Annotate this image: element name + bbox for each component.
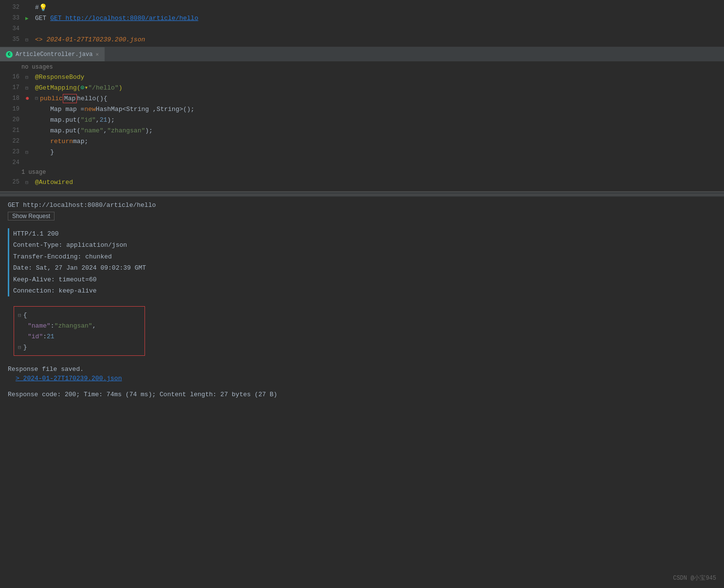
code-line-22: 22 return map; <box>0 136 724 147</box>
code-line-24: 24 <box>0 157 724 168</box>
tab-c-icon: C <box>6 51 13 58</box>
gutter-17: ⊟ <box>25 84 33 92</box>
response-stats: Response code: 200; Time: 74ms (74 ms); … <box>0 386 724 403</box>
response-file-link-wrapper: > 2024-01-27T170239.200.json <box>0 375 724 386</box>
code-line-34: 34 <box>0 23 724 34</box>
tab-bar: C ArticleController.java ✕ <box>0 47 724 62</box>
code-line-19: 19 Map map = new HashMap<String ,String>… <box>0 104 724 114</box>
code-line-20: 20 map.put("id", 21); <box>0 114 724 125</box>
response-file-saved: Response file saved. <box>0 362 724 375</box>
response-file-link[interactable]: > 2024-01-27T170239.200.json <box>8 375 129 382</box>
code-line-35: 35 ⊟ <> 2024-01-27T170239.200.json <box>0 34 724 45</box>
header-keep-alive: Keep-Alive: timeout=60 <box>13 274 716 285</box>
json-id-field: "id" : 21 <box>18 331 141 342</box>
response-panel: GET http://localhost:8080/article/hello … <box>0 195 724 403</box>
gutter-35: ⊟ <box>25 36 33 43</box>
header-transfer-encoding: Transfer-Encoding: chunked <box>13 251 716 262</box>
bulb-icon: 💡 <box>39 3 47 12</box>
json-close-fold-icon: ⊟ <box>18 344 21 350</box>
code-line-25: 25 ⊟ @Autowired <box>0 177 724 187</box>
code-line-23: 23 ⊟ } <box>0 147 724 157</box>
json-close-brace: ⊟ } <box>18 342 141 352</box>
gutter-16: ⊟ <box>25 74 33 81</box>
json-open-brace: ⊟ { <box>18 310 141 320</box>
breakpoint-18: ● <box>25 94 33 102</box>
json-fold-icon: ⊟ <box>18 312 21 318</box>
json-name-field: "name" : "zhangsan" , <box>18 320 141 331</box>
no-usages-hint: no usages <box>0 63 724 72</box>
play-icon-33[interactable]: ▶ <box>25 15 33 22</box>
response-headers: HTTP/1.1 200 Content-Type: application/j… <box>0 224 724 300</box>
response-body-wrapper: ⊟ { "name" : "zhangsan" , "id" : 21 ⊟ } <box>0 300 724 362</box>
header-date: Date: Sat, 27 Jan 2024 09:02:39 GMT <box>13 262 716 274</box>
map-highlight: Map <box>63 94 77 103</box>
header-connection: Connection: keep-alive <box>13 285 716 296</box>
code-line-32: 32 # 💡 <box>0 2 724 13</box>
header-content-type: Content-Type: application/json <box>13 239 716 251</box>
code-line-18: 18 ● ⊟ public Map hello(){ <box>0 93 724 104</box>
code-line-21: 21 map.put("name", "zhangsan"); <box>0 125 724 136</box>
code-line-17: 17 ⊟ @GetMapping(⊙▾"/hello") <box>0 82 724 93</box>
response-headers-block: HTTP/1.1 200 Content-Type: application/j… <box>8 228 716 296</box>
header-status: HTTP/1.1 200 <box>13 228 716 239</box>
response-body: ⊟ { "name" : "zhangsan" , "id" : 21 ⊟ } <box>14 306 145 356</box>
editor-top: 32 # 💡 33 ▶ GET GET http://localhost:808… <box>0 0 724 47</box>
gutter-23: ⊟ <box>25 148 33 156</box>
csdn-watermark: CSDN @小宝945 <box>673 574 716 582</box>
one-usage-hint: 1 usage <box>0 168 724 177</box>
tab-article-controller[interactable]: C ArticleController.java ✕ <box>0 47 105 61</box>
tab-close-icon[interactable]: ✕ <box>95 51 99 57</box>
code-top-area: 32 # 💡 33 ▶ GET GET http://localhost:808… <box>0 0 724 47</box>
panel-divider <box>0 191 724 195</box>
code-main-area: no usages 16 ⊟ @ResponseBody 17 ⊟ @GetMa… <box>0 62 724 188</box>
code-line-33: 33 ▶ GET GET http://localhost:8080/artic… <box>0 13 724 23</box>
code-line-16: 16 ⊟ @ResponseBody <box>0 72 724 82</box>
response-url: GET http://localhost:8080/article/hello <box>0 197 724 212</box>
show-request-button[interactable]: Show Request <box>8 212 54 220</box>
tab-label: ArticleController.java <box>16 51 92 58</box>
gutter-25: ⊟ <box>25 179 33 186</box>
